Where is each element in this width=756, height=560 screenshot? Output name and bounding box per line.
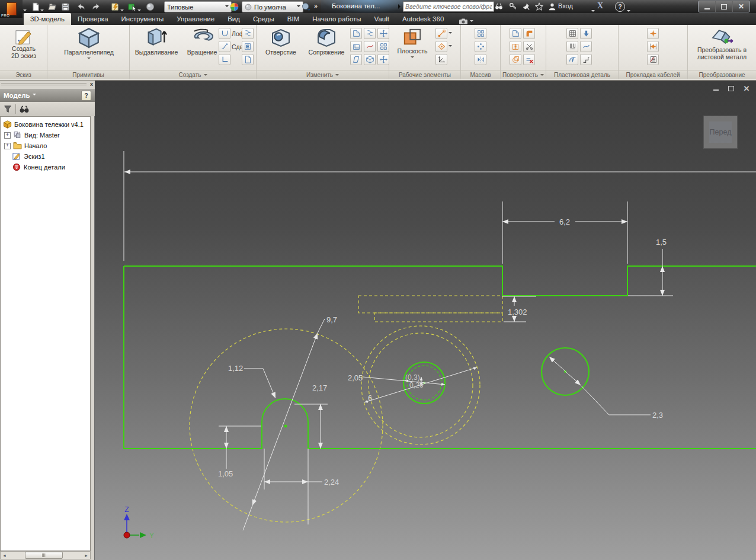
panel-create-label[interactable]: Создать (130, 70, 256, 79)
tab-inspect[interactable]: Проверка (71, 13, 115, 25)
thicken-button[interactable] (510, 28, 521, 39)
tab-view[interactable]: Вид (221, 13, 246, 25)
color-wheel-icon[interactable] (228, 1, 240, 12)
qat-overflow-chevrons-icon[interactable]: » (314, 2, 318, 9)
person-icon[interactable] (546, 2, 558, 11)
panel-modify-label[interactable]: Изменить (257, 70, 389, 79)
redo-button[interactable] (90, 1, 102, 12)
adjust-appearance-icon[interactable] (300, 1, 312, 12)
emboss-button[interactable] (242, 41, 254, 52)
snap-fit-button[interactable] (566, 41, 578, 52)
new-file-button[interactable] (30, 1, 41, 12)
tab-tools[interactable]: Инструменты (115, 13, 171, 25)
chamfer-button[interactable] (350, 28, 362, 39)
search-binoculars-icon[interactable] (493, 2, 505, 11)
appearance-combo[interactable]: По умолча (242, 1, 303, 12)
key-icon[interactable] (507, 2, 519, 11)
browser-grip[interactable]: x (0, 81, 95, 89)
work-point-button[interactable] (435, 41, 452, 52)
undo-button[interactable] (75, 1, 87, 12)
nailboard-button[interactable] (647, 54, 659, 65)
tree-root-part[interactable]: Боковина тележки v4.1 (1, 119, 90, 130)
derive-button[interactable] (242, 54, 254, 65)
tab-environments[interactable]: Среды (246, 13, 281, 25)
browser-horizontal-scrollbar[interactable]: ◄ ► (0, 551, 91, 559)
delete-face-button[interactable] (377, 54, 389, 65)
move-body-button[interactable] (377, 28, 389, 39)
expand-plus-icon[interactable]: + (4, 132, 11, 139)
shell-button[interactable] (350, 41, 362, 52)
sculpt-button[interactable] (510, 54, 521, 65)
bend-part-button[interactable] (364, 41, 376, 52)
panel-surface-label[interactable]: Поверхность (501, 70, 546, 79)
select-button[interactable] (126, 1, 138, 12)
tree-item-end-of-part[interactable]: Конец детали (1, 162, 90, 172)
rule-fillet-button[interactable] (580, 54, 592, 65)
panel-cable-routing-label[interactable]: Прокладка кабелей (619, 70, 687, 79)
minimize-button[interactable] (699, 1, 716, 12)
render-camera-button[interactable] (459, 18, 473, 25)
material-style-combo[interactable]: Типовые (164, 1, 232, 12)
update-button[interactable] (109, 1, 121, 12)
panel-convert-label[interactable]: Преобразование (688, 70, 756, 79)
panel-plastic-part-label[interactable]: Пластиковая деталь (546, 70, 618, 79)
sketch-viewport[interactable]: 9,7 1,12 2,17 1,05 2,24 2,05 6 (0,3) 0,2… (95, 81, 756, 560)
panel-primitives-label[interactable]: Примитивы (47, 70, 129, 79)
tab-vault[interactable]: Vault (368, 13, 396, 25)
boss-button[interactable] (580, 28, 592, 39)
save-button[interactable] (59, 1, 71, 12)
extrude-button[interactable]: Выдавливание (131, 27, 182, 56)
scrollbar-thumb[interactable] (25, 552, 63, 559)
thread-button[interactable] (364, 28, 376, 39)
open-button[interactable] (46, 1, 58, 12)
combine-button[interactable] (377, 41, 389, 52)
fillet-button[interactable]: Сопряжение (304, 27, 349, 56)
favorites-star-icon[interactable] (533, 2, 545, 11)
tree-item-sketch1[interactable]: Эскиз1 (1, 151, 90, 162)
filter-funnel-icon[interactable] (4, 105, 12, 113)
boundary-patch-button[interactable] (523, 28, 535, 39)
application-menu-button[interactable]: PRO (0, 0, 23, 18)
satellite-icon[interactable] (520, 2, 532, 11)
scroll-right-icon[interactable]: ► (82, 552, 90, 559)
stitch-button[interactable] (510, 41, 521, 52)
circular-pattern-button[interactable] (475, 41, 486, 52)
split-button[interactable] (364, 54, 376, 65)
create-2d-sketch-button[interactable]: Создать 2D эскиз (7, 28, 40, 59)
tab-3d-model[interactable]: 3D-модель (24, 13, 71, 25)
panel-work-features-label[interactable]: Рабочие элементы (389, 70, 460, 79)
expand-plus-icon[interactable]: + (4, 143, 11, 149)
help-button[interactable]: ? (615, 2, 625, 12)
create-harness-button[interactable] (647, 28, 659, 39)
ucs-button[interactable] (435, 54, 452, 65)
work-plane-button[interactable]: Плоскость (393, 27, 432, 60)
tree-item-view-rep[interactable]: + Вид: Master (1, 130, 90, 140)
revolve-button[interactable]: Вращение (183, 27, 221, 56)
rectangular-pattern-button[interactable] (475, 28, 486, 39)
route-button[interactable] (647, 41, 659, 52)
work-axis-button[interactable] (435, 28, 452, 39)
draft-button[interactable] (350, 54, 362, 65)
tab-bim[interactable]: BIM (281, 13, 306, 25)
close-button[interactable]: ✕ (733, 1, 749, 12)
mirror-button[interactable] (475, 54, 486, 65)
browser-header[interactable]: Модель ? (0, 89, 95, 102)
browser-close-icon[interactable]: x (90, 81, 93, 87)
graphics-window[interactable]: ✕ Перед (95, 81, 756, 560)
binoculars-icon[interactable] (20, 105, 29, 113)
grill-foot-button[interactable] (566, 54, 578, 65)
tab-manage[interactable]: Управление (170, 13, 221, 25)
title-expand-arrow-icon[interactable] (398, 4, 403, 9)
exchange-apps-button[interactable]: X (597, 1, 603, 11)
convert-sheet-metal-button[interactable]: Преобразовать в листовой металл (691, 27, 752, 60)
hole-button[interactable]: Отверстие (259, 27, 303, 56)
sign-in-link[interactable]: Вход (558, 2, 573, 9)
tab-get-started[interactable]: Начало работы (306, 13, 367, 25)
search-input[interactable] (403, 1, 494, 12)
tab-autodesk-360[interactable]: Autodesk 360 (396, 13, 450, 25)
browser-help-button[interactable]: ? (81, 91, 91, 101)
panel-sketch-label[interactable]: Эскиз (0, 70, 47, 79)
lip-button[interactable] (580, 41, 592, 52)
panel-pattern-label[interactable]: Массив (461, 70, 500, 79)
coil-button[interactable] (242, 28, 254, 39)
